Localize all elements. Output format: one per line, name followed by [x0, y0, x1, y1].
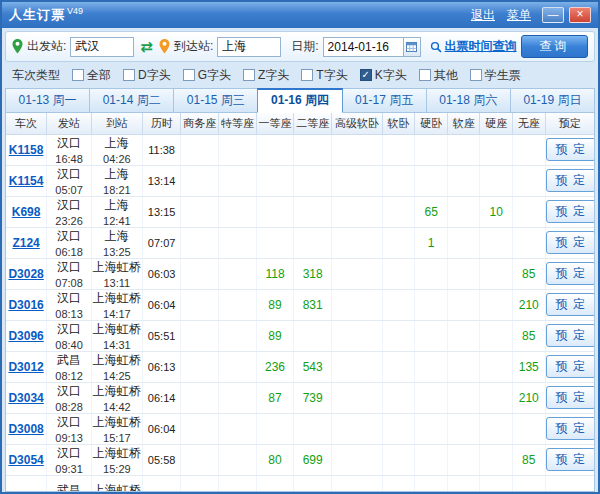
- checkbox-icon[interactable]: [72, 69, 84, 81]
- seat-availability-cell: [331, 134, 382, 165]
- filter-option-3[interactable]: Z字头: [243, 67, 289, 84]
- date-label: 日期:: [291, 38, 318, 55]
- seat-availability-cell: [331, 475, 382, 492]
- filter-option-label: T字头: [316, 67, 347, 84]
- seat-availability-cell: [181, 165, 219, 196]
- train-number-link[interactable]: D3016: [8, 298, 43, 312]
- train-number-link[interactable]: D3096: [8, 329, 43, 343]
- filter-option-4[interactable]: T字头: [301, 67, 347, 84]
- seat-availability-cell: [480, 289, 513, 320]
- query-button[interactable]: 查询: [521, 35, 588, 58]
- book-button[interactable]: 预 定: [546, 200, 594, 223]
- calendar-icon[interactable]: [403, 37, 421, 57]
- checkbox-icon[interactable]: [123, 69, 135, 81]
- train-number-link[interactable]: K698: [12, 205, 41, 219]
- book-button[interactable]: 预 定: [546, 448, 594, 471]
- to-input[interactable]: [217, 37, 281, 57]
- filter-option-label: 其他: [434, 67, 458, 84]
- minimize-button[interactable]: —: [542, 7, 564, 23]
- logout-link[interactable]: 退出: [471, 7, 495, 24]
- search-panel: 出发站: ⇄ 到达站: 日期: 出票时间查询 查询: [5, 31, 595, 62]
- seat-availability-cell: [181, 258, 219, 289]
- train-number-link[interactable]: D3054: [8, 453, 43, 467]
- train-row: D3054汉口09:31上海虹桥15:2905:588069985预 定: [6, 444, 594, 475]
- train-number-link[interactable]: K1158: [9, 143, 44, 157]
- from-input[interactable]: [70, 37, 134, 57]
- seat-availability-cell: [447, 227, 480, 258]
- seat-availability-cell: [415, 134, 448, 165]
- date-tab-1[interactable]: 01-14 周二: [89, 88, 174, 113]
- book-button[interactable]: 预 定: [546, 293, 594, 316]
- train-number-link[interactable]: D3008: [8, 422, 43, 436]
- date-tab-0[interactable]: 01-13 周一: [5, 88, 90, 113]
- train-number-link[interactable]: K1154: [9, 174, 44, 188]
- close-button[interactable]: ×: [569, 7, 591, 23]
- book-cell: 预 定: [545, 351, 594, 382]
- date-tab-4[interactable]: 01-17 周五: [342, 88, 427, 113]
- duration-cell: 06:14: [142, 382, 181, 413]
- seat-availability-cell: [415, 475, 448, 492]
- checkbox-icon[interactable]: [470, 69, 482, 81]
- from-station-cell: 汉口09:13: [47, 413, 92, 444]
- checkbox-checked-icon[interactable]: ✓: [360, 69, 372, 81]
- filter-option-1[interactable]: D字头: [123, 67, 171, 84]
- date-tab-3[interactable]: 01-16 周四: [257, 88, 342, 113]
- train-number-link[interactable]: D3012: [8, 360, 43, 374]
- filter-option-6[interactable]: 其他: [419, 67, 458, 84]
- book-button[interactable]: 预 定: [546, 231, 594, 254]
- to-station-cell: 上海虹桥13:11: [91, 258, 142, 289]
- book-button[interactable]: 预 定: [546, 169, 594, 192]
- duration-cell: 11:38: [142, 134, 181, 165]
- filter-option-0[interactable]: 全部: [72, 67, 111, 84]
- seat-availability-cell: 543: [294, 351, 332, 382]
- date-tab-6[interactable]: 01-19 周日: [510, 88, 595, 113]
- checkbox-icon[interactable]: [301, 69, 313, 81]
- train-row: 武昌上海虹桥: [6, 475, 594, 492]
- book-button[interactable]: 预 定: [546, 417, 594, 440]
- checkbox-icon[interactable]: [419, 69, 431, 81]
- book-cell: 预 定: [545, 320, 594, 351]
- column-header-14: 预定: [545, 113, 594, 134]
- filter-bar: 车次类型 全部D字头G字头Z字头T字头✓K字头其他学生票: [2, 62, 598, 88]
- menu-link[interactable]: 菜单: [507, 7, 531, 24]
- book-button[interactable]: 预 定: [546, 355, 594, 378]
- seat-availability-cell: [513, 134, 546, 165]
- filter-option-7[interactable]: 学生票: [470, 67, 521, 84]
- seat-availability-cell: [382, 165, 415, 196]
- filter-option-5[interactable]: ✓K字头: [360, 67, 407, 84]
- ticket-time-query-link[interactable]: 出票时间查询: [430, 38, 517, 55]
- train-number-link[interactable]: D3028: [8, 267, 43, 281]
- train-row: K1158汉口16:48上海04:2611:38预 定: [6, 134, 594, 165]
- seat-availability-cell: 89: [256, 320, 294, 351]
- train-row: K698汉口23:26上海12:4113:156510预 定: [6, 196, 594, 227]
- seat-availability-cell: [219, 227, 257, 258]
- seat-availability-cell: [181, 196, 219, 227]
- date-input[interactable]: [323, 37, 403, 57]
- filter-option-2[interactable]: G字头: [183, 67, 231, 84]
- swap-stations-icon[interactable]: ⇄: [140, 39, 153, 54]
- book-button[interactable]: 预 定: [546, 138, 594, 161]
- seat-availability-cell: 80: [256, 444, 294, 475]
- seat-availability-cell: 118: [256, 258, 294, 289]
- to-station-cell: 上海13:25: [91, 227, 142, 258]
- date-tab-2[interactable]: 01-15 周三: [173, 88, 258, 113]
- book-button[interactable]: 预 定: [546, 324, 594, 347]
- train-row: D3008汉口09:13上海虹桥15:1706:04预 定: [6, 413, 594, 444]
- seat-availability-cell: [331, 444, 382, 475]
- to-label: 到达站:: [174, 38, 213, 55]
- seat-availability-cell: [415, 320, 448, 351]
- checkbox-icon[interactable]: [183, 69, 195, 81]
- from-station-cell: 武昌: [47, 475, 92, 492]
- seat-availability-cell: [447, 289, 480, 320]
- date-tab-5[interactable]: 01-18 周六: [426, 88, 511, 113]
- book-button[interactable]: 预 定: [546, 262, 594, 285]
- from-station-cell: 汉口08:40: [47, 320, 92, 351]
- train-row: D3028汉口07:08上海虹桥13:1106:0311831885预 定: [6, 258, 594, 289]
- train-number-link[interactable]: Z124: [12, 236, 39, 250]
- book-button[interactable]: 预 定: [546, 386, 594, 409]
- magnifier-icon: [430, 41, 442, 53]
- table-body: K1158汉口16:48上海04:2611:38预 定K1154汉口05:07上…: [6, 134, 594, 492]
- checkbox-icon[interactable]: [243, 69, 255, 81]
- train-number-link[interactable]: D3034: [8, 391, 43, 405]
- version-label: V49: [67, 6, 83, 16]
